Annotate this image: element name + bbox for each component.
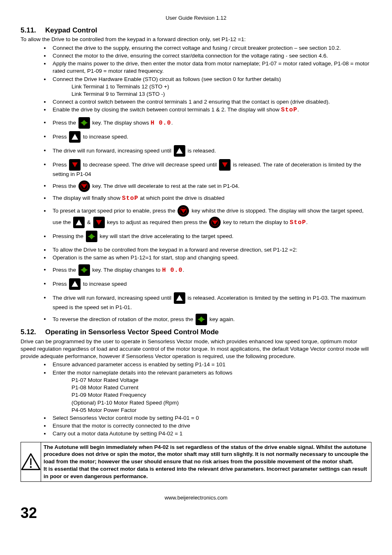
section-511-title: Keypad Control <box>45 26 97 34</box>
section-512-number: 5.12. <box>21 328 45 337</box>
up-arrow-icon <box>73 217 85 228</box>
sub-item: P1-08 Motor Rated Current <box>71 384 371 391</box>
list-item: Ensure that the motor is correctly conne… <box>50 422 371 430</box>
sub-item: P4-05 Motor Power Factor <box>71 407 371 414</box>
display-h00: H 0.0 <box>162 266 182 273</box>
list-item: Connect the drive to the supply, ensurin… <box>50 44 371 52</box>
sub-item: Link Terminal 1 to Terminals 12 (STO +) <box>71 83 371 90</box>
section-512-intro: Drive can be programmed by the user to o… <box>21 338 371 361</box>
list-item: To allow the Drive to be controlled from… <box>50 246 371 254</box>
page-header-revision: User Guide Revision 1.12 <box>21 14 371 22</box>
list-item: Enable the drive by closing the switch b… <box>50 106 371 114</box>
list-item: Press to increase speed <box>50 278 371 290</box>
list-item: Press the key. The display changes to H … <box>50 264 371 276</box>
up-arrow-icon <box>174 292 185 304</box>
navigate-icon <box>78 117 90 129</box>
list-item: The display will finally show StoP at wh… <box>50 194 371 203</box>
list-item: The drive will run forward, increasing s… <box>50 292 371 311</box>
warning-icon-cell <box>21 442 41 481</box>
footer-url: www.beijerelectronics.com <box>21 494 371 502</box>
display-stop: StoP <box>281 106 297 113</box>
list-item: Enter the motor nameplate details into t… <box>50 369 371 414</box>
section-511-heading: 5.11.Keypad Control <box>21 26 371 35</box>
stop-icon <box>178 205 189 217</box>
warning-box: The Autotune will begin immediately when… <box>21 442 371 482</box>
stop-icon <box>209 217 221 228</box>
sub-item: Link Terminal 9 to Terminal 13 (STO -) <box>71 90 371 98</box>
list-item: Pressing the key will start the drive ac… <box>50 231 371 242</box>
up-arrow-icon <box>69 131 81 143</box>
page-number: 32 <box>21 503 371 523</box>
warning-text: The Autotune will begin immediately when… <box>41 442 371 481</box>
list-item: Ensure advanced parameter access is enab… <box>50 361 371 368</box>
sub-item: (Optional) P1-10 Motor Rated Speed (Rpm) <box>71 399 371 407</box>
list-item: Press to decrease speed. The drive will … <box>50 159 371 178</box>
up-arrow-icon <box>174 145 185 157</box>
section-511-intro: To allow the Drive to be controlled from… <box>21 36 371 43</box>
navigate-icon <box>196 314 207 325</box>
list-item: The drive will run forward, increasing s… <box>50 145 371 157</box>
list-item: Press to increase speed. <box>50 131 371 143</box>
down-arrow-icon <box>219 159 231 171</box>
section-511-number: 5.11. <box>21 26 45 35</box>
list-item: Operation is the same as when P1-12=1 fo… <box>50 254 371 261</box>
section-511-list: Connect the drive to the supply, ensurin… <box>21 44 371 325</box>
list-item: Connect the Drive Hardware Enable (STO) … <box>50 76 371 98</box>
section-512-list: Ensure advanced parameter access is enab… <box>21 361 371 437</box>
navigate-icon <box>78 264 90 276</box>
warning-triangle-icon <box>21 453 41 470</box>
list-item: Connect a control switch between the con… <box>50 98 371 106</box>
sub-item: P1-09 Motor Rated Frequency <box>71 391 371 399</box>
down-arrow-icon <box>69 159 81 171</box>
up-arrow-icon <box>69 278 81 290</box>
section-512-heading: 5.12.Operating in Sensorless Vector Spee… <box>21 328 371 337</box>
down-arrow-icon <box>93 217 105 228</box>
list-item: Press the key. The drive will decelerate… <box>50 180 371 192</box>
section-512-title: Operating in Sensorless Vector Speed Con… <box>45 328 219 336</box>
list-item: Apply the mains power to the drive, then… <box>50 60 371 75</box>
list-item: Connect the motor to the drive, ensuring… <box>50 52 371 60</box>
svg-point-2 <box>30 466 32 468</box>
display-stop: StoP <box>122 195 138 202</box>
list-item: Carry out a motor data Autotune by setti… <box>50 430 371 437</box>
list-item: To reverse the direction of rotation of … <box>50 314 371 325</box>
display-h00: H 0.0 <box>151 119 171 126</box>
list-item: Press the key. The display shows H 0.0. <box>50 117 371 129</box>
navigate-icon <box>86 231 97 242</box>
stop-icon <box>78 180 90 192</box>
display-stop: StoP <box>290 219 306 226</box>
list-item: To preset a target speed prior to enable… <box>50 205 371 228</box>
sub-item: P1-07 Motor Rated Voltage <box>71 377 371 384</box>
list-item: Select Sensorless Vector control mode by… <box>50 414 371 422</box>
